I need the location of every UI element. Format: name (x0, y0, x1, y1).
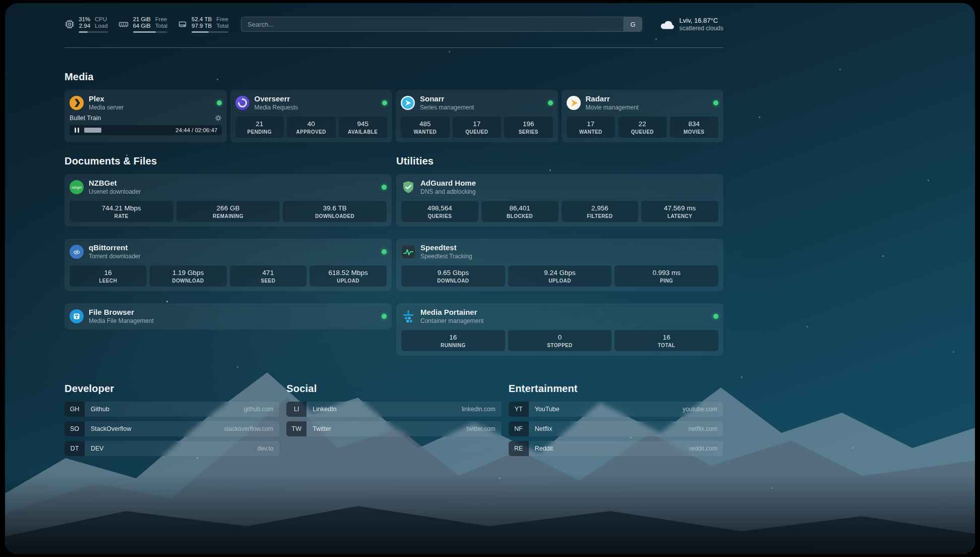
service-card-portainer[interactable]: Media Portainer Container management 16 … (396, 303, 723, 356)
bookmark-url: dev.to (258, 445, 274, 452)
documents-column: Documents & Files nzbget NZBGet Usenet d… (65, 142, 392, 329)
svg-text:nzbget: nzbget (72, 186, 82, 190)
bookmark-group-social: Social LI LinkedIn linkedin.com TW Twitt… (286, 383, 501, 456)
stat-block: 17 WANTED (567, 117, 616, 138)
bookmark-github[interactable]: GH Github github.com (65, 402, 279, 417)
stat-block: 945 AVAILABLE (339, 117, 388, 138)
bookmark-name: YouTube (535, 406, 560, 413)
portainer-icon (401, 309, 415, 323)
service-subtitle: DNS and adblocking (420, 188, 476, 196)
bookmark-abbr: TW (286, 421, 307, 436)
service-card-filebrowser[interactable]: File Browser Media File Management (65, 303, 392, 329)
stat-block: 744.21 Mbps RATE (70, 201, 173, 222)
service-card-sonarr[interactable]: Sonarr Series management 485 WANTED 17 Q… (396, 90, 558, 142)
stat-block: 40 APPROVED (287, 117, 336, 138)
bookmark-dev[interactable]: DT DEV dev.to (65, 441, 279, 456)
section-heading-social: Social (286, 383, 501, 395)
stat-block: 485 WANTED (401, 117, 450, 138)
stat-block: 21 PENDING (235, 117, 284, 138)
bookmark-abbr: SO (65, 421, 85, 436)
dashboard: 31% 2.94 CPU Load (5, 3, 975, 554)
stat-block: 16 LEECH (70, 265, 147, 287)
stat-block: 86,401 BLOCKED (481, 201, 559, 222)
stat-block: 498,564 QUERIES (401, 201, 478, 222)
service-title: Sonarr (420, 94, 474, 103)
service-title: Overseerr (255, 94, 298, 103)
bookmark-reddit[interactable]: RE Reddit reddit.com (509, 441, 723, 456)
cpu-widget: 31% 2.94 CPU Load (65, 16, 108, 33)
search-bar: G (241, 17, 642, 32)
status-dot (382, 185, 387, 190)
stat-block: 9.24 Gbps UPLOAD (508, 265, 612, 287)
service-card-qbittorrent[interactable]: qb qBittorrent Torrent downloader 16 LEE… (65, 239, 392, 291)
bookmark-linkedin[interactable]: LI LinkedIn linkedin.com (286, 402, 501, 417)
search-input[interactable] (241, 17, 624, 31)
service-subtitle: Media Requests (255, 104, 298, 112)
weather-widget: Lviv, 16.87°C scattered clouds (658, 17, 723, 32)
service-title: Radarr (586, 94, 639, 103)
weather-condition: scattered clouds (680, 25, 723, 32)
adguard-icon (401, 180, 415, 194)
plex-now-playing-row: Bullet Train (70, 115, 222, 122)
plex-icon (70, 96, 84, 110)
disk-icon (177, 19, 188, 29)
media-card-grid: Plex Media server Bullet Train (65, 90, 723, 142)
stat-block: 22 QUEUED (618, 117, 667, 138)
utilities-column: Utilities AdGuard Home DNS and adblockin… (396, 142, 723, 356)
pause-icon[interactable] (74, 127, 80, 133)
stat-block: 0.993 ms PING (615, 265, 718, 287)
topbar: 31% 2.94 CPU Load (65, 13, 723, 35)
stat-block: 196 SERIES (504, 117, 553, 138)
bookmark-name: LinkedIn (313, 406, 336, 413)
disk-widget: 52.4 TB 97.9 TB Free Total (177, 16, 228, 33)
bookmark-group-developer: Developer GH Github github.com SO StackO… (65, 383, 279, 456)
bookmark-abbr: NF (509, 421, 529, 436)
status-dot (382, 249, 387, 254)
snow-particles (5, 3, 7, 5)
stat-block: 16 RUNNING (401, 330, 505, 351)
service-subtitle: Speedtest Tracking (420, 253, 472, 260)
search-provider-button[interactable]: G (624, 17, 642, 31)
service-card-adguard[interactable]: AdGuard Home DNS and adblocking 498,564 … (396, 174, 723, 227)
service-card-radarr[interactable]: Radarr Movie management 17 WANTED 22 QUE… (562, 90, 724, 142)
weather-location: Lviv, 16.87°C (680, 17, 723, 25)
bookmark-name: Reddit (535, 445, 553, 452)
resource-widgets: 31% 2.94 CPU Load (65, 16, 235, 33)
service-subtitle: Usenet downloader (89, 188, 141, 196)
bookmark-abbr: DT (65, 441, 85, 456)
service-title: NZBGet (89, 179, 141, 188)
section-heading-utilities: Utilities (396, 155, 723, 167)
section-heading-documents: Documents & Files (65, 155, 392, 167)
bottom-shade (5, 473, 975, 554)
memory-widget: 21 GiB 64 GiB Free Total (118, 16, 167, 33)
status-dot (382, 100, 387, 105)
service-title: Plex (89, 94, 124, 103)
progress-time: 24:44 / 02:06:47 (175, 127, 217, 133)
memory-icon (118, 19, 129, 29)
disk-total-label: Total (216, 23, 228, 29)
bookmark-twitter[interactable]: TW Twitter twitter.com (286, 421, 501, 436)
stat-block: 1.19 Gbps DOWNLOAD (150, 265, 227, 287)
service-title: qBittorrent (89, 243, 141, 252)
cpu-icon (65, 19, 75, 29)
disk-free: 52.4 TB (192, 16, 212, 23)
bookmarks-section: Developer GH Github github.com SO StackO… (65, 383, 723, 456)
bookmark-youtube[interactable]: YT YouTube youtube.com (509, 402, 723, 417)
service-card-nzbget[interactable]: nzbget NZBGet Usenet downloader 744.21 M… (65, 174, 392, 227)
service-card-speedtest[interactable]: Speedtest Speedtest Tracking 9.65 Gbps D… (396, 239, 723, 291)
bookmark-url: stackoverflow.com (224, 425, 273, 432)
sonarr-icon (401, 96, 415, 110)
service-card-plex[interactable]: Plex Media server Bullet Train (65, 90, 227, 142)
gear-icon[interactable] (215, 115, 222, 122)
memory-free: 21 GiB (133, 16, 151, 23)
service-card-overseerr[interactable]: Overseerr Media Requests 21 PENDING 40 A… (230, 90, 393, 142)
bookmark-stackoverflow[interactable]: SO StackOverflow stackoverflow.com (65, 421, 279, 436)
bookmark-url: youtube.com (683, 406, 717, 413)
stat-block: 16 TOTAL (615, 330, 718, 351)
bookmark-netflix[interactable]: NF Netflix netflix.com (509, 421, 723, 436)
service-title: Media Portainer (420, 308, 483, 317)
status-dot (713, 100, 718, 105)
filebrowser-icon (70, 309, 84, 323)
nzbget-icon: nzbget (70, 180, 84, 194)
cpu-percent: 31% (79, 16, 90, 23)
